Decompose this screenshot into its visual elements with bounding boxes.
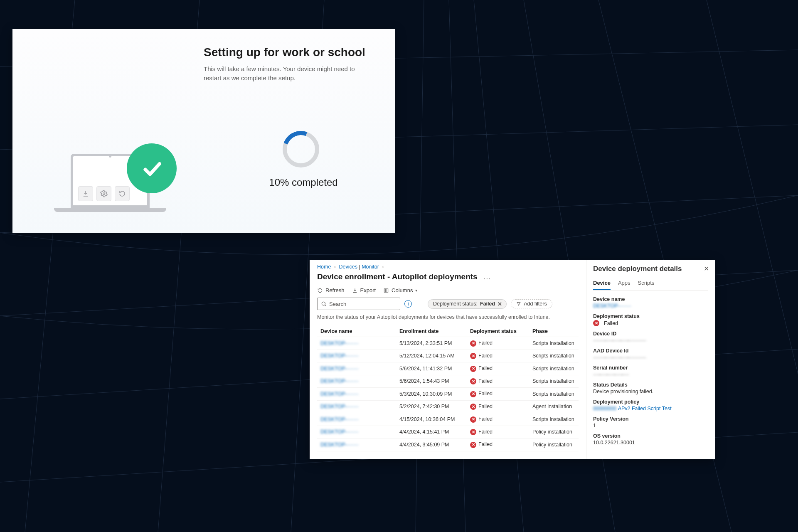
cell-phase: Scripts installation [529,337,579,350]
device-link[interactable]: DESKTOP-········ [320,404,358,409]
cell-phase: Agent installation [529,400,579,413]
v-os: 10.0.22621.30001 [593,440,708,446]
device-link[interactable]: DESKTOP-········ [320,391,358,397]
failed-icon: ✕ [470,404,476,410]
breadcrumb-sep: › [334,264,336,270]
cell-status: ✕Failed [467,426,529,438]
cell-status: ✕Failed [467,388,529,401]
columns-label: Columns [392,287,413,293]
table-row[interactable]: DESKTOP-········5/13/2024, 2:33:51 PM✕Fa… [317,337,579,350]
filter-pill-label: Deployment status: [433,301,478,307]
device-link[interactable]: DESKTOP-········ [320,366,358,372]
cell-status: ✕Failed [467,438,529,451]
col-phase[interactable]: Phase [529,326,579,337]
oobe-heading: Setting up for work or school [204,46,365,59]
failed-icon: ✕ [593,320,599,326]
columns-button[interactable]: Columns ▾ [383,287,417,293]
device-link[interactable]: DESKTOP-········ [320,340,358,346]
k-serial: Serial number [593,365,708,371]
cell-phase: Scripts installation [529,362,579,375]
cell-date: 5/3/2024, 10:30:09 PM [396,388,467,401]
device-link[interactable]: DESKTOP-········ [320,353,358,359]
failed-icon: ✕ [470,366,476,372]
cell-date: 5/6/2024, 1:54:43 PM [396,375,467,388]
info-icon[interactable]: i [404,300,412,308]
table-row[interactable]: DESKTOP-········5/3/2024, 10:30:09 PM✕Fa… [317,388,579,401]
k-device-name: Device name [593,296,708,302]
download-icon [352,288,358,293]
table-row[interactable]: DESKTOP-········4/4/2024, 4:15:41 PM✕Fai… [317,426,579,438]
cell-date: 4/15/2024, 10:36:04 PM [396,413,467,426]
table-row[interactable]: DESKTOP-········5/6/2024, 11:41:32 PM✕Fa… [317,362,579,375]
add-filters-button[interactable]: Add filters [511,299,552,308]
checkmark-badge-icon [127,143,177,193]
cell-status: ✕Failed [467,350,529,362]
cell-date: 4/4/2024, 4:15:41 PM [396,426,467,438]
search-input[interactable]: Search [317,298,400,310]
failed-icon: ✕ [470,353,476,359]
cell-phase: Scripts installation [529,350,579,362]
svg-line-20 [325,305,326,306]
more-actions-button[interactable]: … [482,273,493,281]
export-button[interactable]: Export [352,287,376,293]
device-link[interactable]: DESKTOP-········ [320,378,358,384]
v-policy[interactable]: 00000000APv2 Failed Script Test [593,406,708,411]
device-deployment-details-pane: ✕ Device deployment details Device Apps … [586,260,715,459]
cell-phase: Policy installation [529,426,579,438]
v-policy-version: 1 [593,423,708,429]
table-row[interactable]: DESKTOP-········5/2/2024, 7:42:30 PM✕Fai… [317,400,579,413]
cell-phase: Scripts installation [529,413,579,426]
svg-rect-16 [384,288,388,292]
tab-device[interactable]: Device [593,277,611,290]
failed-icon: ✕ [470,429,476,435]
cell-date: 4/4/2024, 3:45:09 PM [396,438,467,451]
breadcrumb-monitor[interactable]: Monitor [362,264,379,270]
device-link[interactable]: DESKTOP-········ [320,442,358,448]
details-title: Device deployment details [593,265,708,273]
filter-icon [516,301,521,306]
breadcrumb-sep: › [382,264,384,270]
close-button[interactable]: ✕ [704,265,709,273]
col-status[interactable]: Deployment status [467,326,529,337]
table-row[interactable]: DESKTOP-········4/15/2024, 10:36:04 PM✕F… [317,413,579,426]
breadcrumb-devices[interactable]: Devices [339,264,357,270]
failed-icon: ✕ [470,416,476,423]
svg-line-14 [707,0,798,374]
v-device-name[interactable]: DESKTOP-········ [593,303,631,309]
filter-pill-value: Failed [480,301,495,307]
breadcrumb-home[interactable]: Home [317,264,331,270]
k-device-id: Device ID [593,331,708,337]
cell-status: ✕Failed [467,413,529,426]
device-link[interactable]: DESKTOP-········ [320,429,358,435]
restart-icon [115,186,130,201]
cell-phase: Scripts installation [529,388,579,401]
k-deploy-status: Deployment status [593,313,708,319]
tab-apps[interactable]: Apps [618,277,631,290]
breadcrumb: Home › Devices | Monitor › [317,264,579,270]
export-label: Export [360,287,376,293]
filter-pill-deployment-status[interactable]: Deployment status: Failed ✕ [428,299,507,309]
col-enrollment[interactable]: Enrollment date [396,326,467,337]
add-filters-label: Add filters [524,301,547,307]
failed-icon: ✕ [470,340,476,347]
oobe-setup-panel: Setting up for work or school This will … [12,29,395,233]
table-row[interactable]: DESKTOP-········5/6/2024, 1:54:43 PM✕Fai… [317,375,579,388]
cell-date: 5/2/2024, 7:42:30 PM [396,400,467,413]
tab-scripts[interactable]: Scripts [638,277,655,290]
v-deploy-status: ✕ Failed [593,320,708,326]
table-row[interactable]: DESKTOP-········5/12/2024, 12:04:15 AM✕F… [317,350,579,362]
deployments-table: Device name Enrollment date Deployment s… [317,326,579,451]
refresh-button[interactable]: Refresh [317,287,345,293]
k-aad-id: AAD Device Id [593,348,708,354]
cell-status: ✕Failed [467,362,529,375]
cell-date: 5/6/2024, 11:41:32 PM [396,362,467,375]
chevron-down-icon: ▾ [415,288,417,293]
k-policy: Deployment policy [593,399,708,405]
table-row[interactable]: DESKTOP-········4/4/2024, 3:45:09 PM✕Fai… [317,438,579,451]
device-link[interactable]: DESKTOP-········ [320,416,358,422]
cell-status: ✕Failed [467,400,529,413]
k-os: OS version [593,433,708,439]
col-device[interactable]: Device name [317,326,396,337]
refresh-icon [317,288,323,293]
filter-pill-remove[interactable]: ✕ [498,301,502,307]
